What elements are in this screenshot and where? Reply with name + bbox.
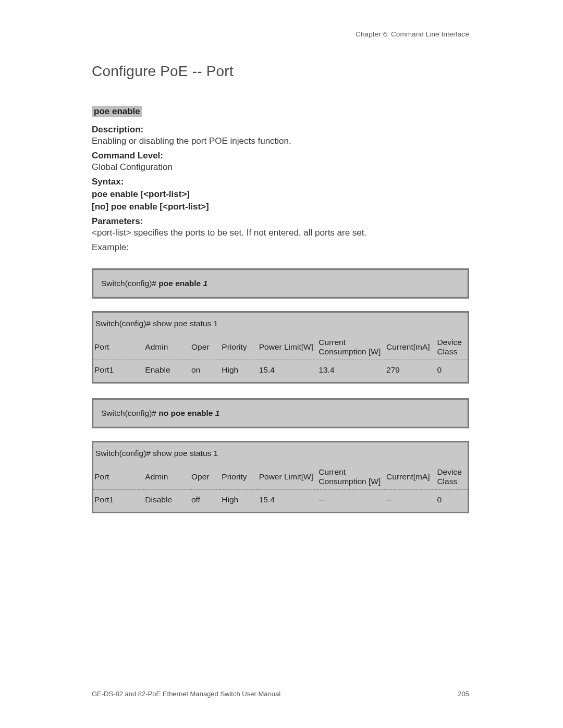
col-admin: Admin bbox=[144, 464, 190, 490]
col-current-consumption: Current Consumption [W] bbox=[317, 464, 385, 490]
cell-current-consumption: 13.4 bbox=[317, 360, 385, 382]
page-title: Configure PoE -- Port bbox=[92, 63, 469, 80]
col-power-limit: Power Limit[W] bbox=[258, 335, 318, 360]
cli-box-disable-inner: Switch(config)# no poe enable 1 bbox=[93, 400, 468, 427]
cell-port: Port1 bbox=[93, 490, 144, 512]
table-header-row: Port Admin Oper Priority Power Limit[W] … bbox=[93, 464, 468, 490]
syntax-line-2: [no] poe enable [<port-list>] bbox=[92, 202, 469, 212]
cli-cmd: no poe enable bbox=[158, 409, 215, 417]
chapter-label: Chapter 6: Command Line Interface bbox=[92, 30, 469, 38]
col-oper: Oper bbox=[190, 464, 221, 490]
cli-cmd: poe enable bbox=[158, 279, 203, 288]
syntax-line-1: poe enable [<port-list>] bbox=[92, 189, 469, 200]
col-current-ma: Current[mA] bbox=[385, 335, 436, 360]
table-cmd-arg: 1 bbox=[214, 449, 218, 458]
cell-current-ma: -- bbox=[385, 490, 436, 512]
cell-device-class: 0 bbox=[436, 360, 468, 382]
status-table-enable-inner: Switch(config)# show poe status 1 Port A… bbox=[93, 313, 468, 382]
cell-current-ma: 279 bbox=[385, 360, 436, 382]
parameters-body: <port-list> specifies the ports to be se… bbox=[92, 228, 469, 238]
description-body: Enabling or disabling the port POE injec… bbox=[92, 136, 469, 146]
col-priority: Priority bbox=[221, 464, 258, 490]
cli-arg: 1 bbox=[215, 409, 220, 417]
cell-power-limit: 15.4 bbox=[258, 490, 318, 512]
command-level-body: Global Configuration bbox=[92, 162, 469, 172]
page: Chapter 6: Command Line Interface Config… bbox=[0, 0, 563, 728]
cell-priority: High bbox=[221, 360, 258, 382]
cell-power-limit: 15.4 bbox=[258, 360, 318, 382]
table-cmd-row: Switch(config)# show poe status 1 bbox=[93, 313, 468, 335]
cli-box-disable: Switch(config)# no poe enable 1 bbox=[92, 398, 469, 428]
col-admin: Admin bbox=[144, 335, 190, 360]
col-port: Port bbox=[93, 335, 144, 360]
label-syntax: Syntax: bbox=[92, 177, 469, 187]
cell-priority: High bbox=[221, 490, 258, 512]
col-device-class: Device Class bbox=[436, 464, 468, 490]
label-description: Description: bbox=[92, 125, 469, 135]
col-power-limit: Power Limit[W] bbox=[258, 464, 318, 490]
col-current-consumption: Current Consumption [W] bbox=[317, 335, 385, 360]
cell-admin: Disable bbox=[144, 490, 190, 512]
cli-arg: 1 bbox=[203, 279, 208, 288]
cell-oper: on bbox=[190, 360, 221, 382]
cell-admin: Enable bbox=[144, 360, 190, 382]
status-table-disable-inner: Switch(config)# show poe status 1 Port A… bbox=[93, 442, 468, 512]
status-table-disable: Switch(config)# show poe status 1 Port A… bbox=[92, 441, 469, 513]
cell-device-class: 0 bbox=[436, 490, 468, 512]
cell-oper: off bbox=[190, 490, 221, 512]
col-current-ma: Current[mA] bbox=[385, 464, 436, 490]
table-cmd-arg: 1 bbox=[214, 319, 218, 328]
col-oper: Oper bbox=[190, 335, 221, 360]
table-cmd-prompt: Switch(config)# show poe status bbox=[95, 319, 214, 328]
cell-port: Port1 bbox=[93, 360, 144, 382]
cli-prompt: Switch(config)# bbox=[101, 409, 158, 417]
cli-box-enable-inner: Switch(config)# poe enable 1 bbox=[93, 270, 468, 297]
table-cmd-row: Switch(config)# show poe status 1 bbox=[93, 442, 468, 464]
cli-box-enable: Switch(config)# poe enable 1 bbox=[92, 268, 469, 299]
col-priority: Priority bbox=[221, 335, 258, 360]
footer-page-number: 205 bbox=[458, 690, 469, 698]
cell-current-consumption: -- bbox=[317, 490, 385, 512]
command-name: poe enable bbox=[92, 106, 142, 117]
cli-prompt: Switch(config)# bbox=[101, 279, 158, 288]
table-cmd-prompt: Switch(config)# show poe status bbox=[95, 449, 214, 458]
table-row: Port1 Enable on High 15.4 13.4 279 0 bbox=[93, 360, 468, 382]
table-header-row: Port Admin Oper Priority Power Limit[W] … bbox=[93, 335, 468, 360]
example-label: Example: bbox=[92, 242, 469, 253]
col-port: Port bbox=[93, 464, 144, 490]
status-table-enable: Switch(config)# show poe status 1 Port A… bbox=[92, 311, 469, 384]
table-row: Port1 Disable off High 15.4 -- -- 0 bbox=[93, 490, 468, 512]
footer: GE-DS-82 and 82-PoE Ethernet Managed Swi… bbox=[92, 690, 469, 698]
label-parameters: Parameters: bbox=[92, 216, 469, 227]
col-device-class: Device Class bbox=[436, 335, 468, 360]
footer-manual: GE-DS-82 and 82-PoE Ethernet Managed Swi… bbox=[92, 690, 280, 698]
label-command-level: Command Level: bbox=[92, 151, 469, 161]
